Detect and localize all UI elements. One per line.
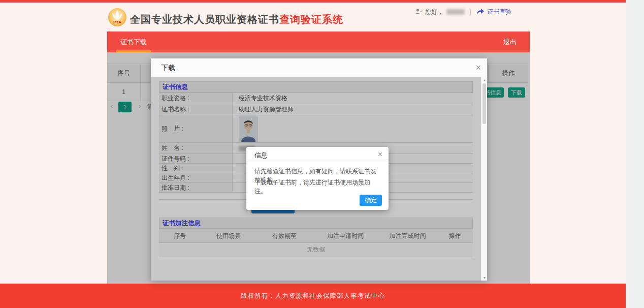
user-icon: [415, 8, 422, 15]
logout-button[interactable]: 退出: [503, 32, 517, 52]
scroll-down-icon[interactable]: ▼: [481, 276, 488, 280]
scrollbar-thumb[interactable]: [482, 83, 486, 124]
site-title-main: 全国专业技术人员职业资格证书: [130, 14, 279, 25]
screen: PTA 全国专业技术人员职业资格证书查询验证系统 您好， |: [0, 0, 644, 308]
scroll-up-icon[interactable]: ▲: [481, 78, 488, 82]
pta-logo-icon: PTA: [108, 8, 127, 27]
logo-text: PTA: [113, 20, 121, 24]
download-modal-header: 下载 ×: [151, 58, 487, 77]
top-red-strip: [0, 0, 626, 3]
certificate-verify-link[interactable]: 证书查验: [487, 8, 511, 16]
greeting-text: 您好，: [425, 8, 443, 16]
user-name-redacted: [446, 9, 465, 15]
page-background: PTA 全国专业技术人员职业资格证书查询验证系统 您好， |: [0, 0, 626, 308]
separator: |: [470, 8, 471, 15]
share-arrow-icon: [476, 9, 484, 15]
navbar: 证书下载 退出: [107, 32, 530, 52]
download-modal-title: 下载: [161, 64, 175, 73]
copyright-text: 版权所有：人力资源和社会保障部人事考试中心: [241, 292, 385, 300]
info-message-line2: 下载电子证书前，请先进行证书使用场景加注。: [254, 178, 381, 196]
download-modal-close-icon[interactable]: ×: [475, 63, 481, 73]
footer: 版权所有：人力资源和社会保障部人事考试中心: [0, 284, 626, 308]
modal-scrollbar[interactable]: ▲ ▼: [481, 77, 487, 281]
info-modal-close-icon[interactable]: ×: [378, 150, 382, 159]
info-modal-header: 信息 ×: [246, 147, 389, 162]
site-title: 全国专业技术人员职业资格证书查询验证系统: [130, 13, 343, 26]
confirm-button[interactable]: 确定: [360, 195, 382, 206]
site-title-accent: 查询验证系统: [279, 14, 343, 25]
tab-certificate-download[interactable]: 证书下载: [116, 32, 151, 52]
user-area: 您好， | 证书查验: [415, 7, 511, 16]
info-modal: 信息 × 请先检查证书信息，如有疑问，请联系证书发放机构。 下载电子证书前，请先…: [246, 147, 389, 210]
info-modal-title: 信息: [254, 151, 268, 160]
